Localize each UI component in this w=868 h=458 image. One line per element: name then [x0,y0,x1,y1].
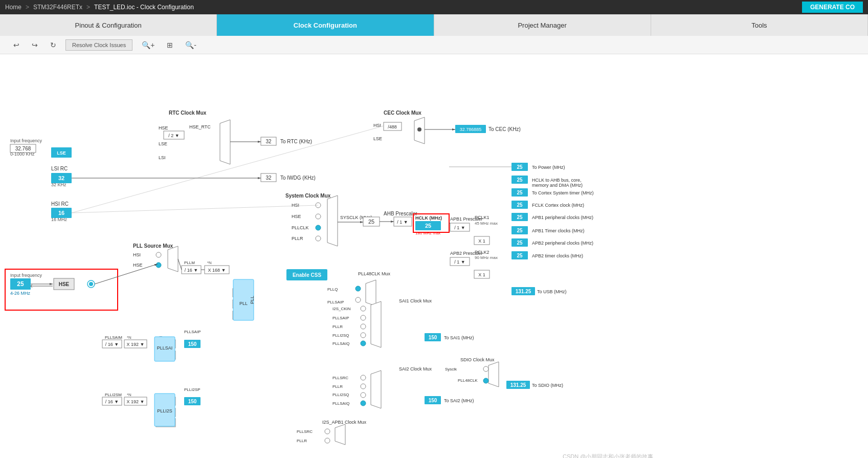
svg-marker-219 [371,370,381,408]
svg-text:HSI: HSI [292,203,299,208]
tab-clock[interactable]: Clock Configuration [217,14,434,36]
svg-point-192 [355,286,361,291]
zoom-in-button[interactable]: 🔍+ [139,40,158,50]
svg-marker-66 [327,195,338,246]
refresh-button[interactable]: ↻ [47,40,59,50]
svg-text:I2S_CKIN: I2S_CKIN [332,307,351,311]
svg-text:/ 16  ▼: / 16 ▼ [185,268,198,273]
svg-text:PCLK1: PCLK1 [475,215,489,220]
resolve-clock-issues-button[interactable]: Resolve Clock Issues [65,39,132,51]
svg-text:PLLQ: PLLQ [327,287,338,292]
svg-text:0-1000 KHz: 0-1000 KHz [10,151,35,157]
tab-pinout[interactable]: Pinout & Configuration [0,14,217,36]
svg-text:X 1: X 1 [478,238,485,244]
zoom-out-button[interactable]: 🔍- [182,40,199,50]
svg-text:/ 2  ▼: / 2 ▼ [168,133,179,138]
svg-text:PLLR: PLLR [332,324,343,329]
svg-text:150: 150 [429,398,437,403]
breadcrumb-home[interactable]: Home [5,4,21,11]
svg-text:Enable CSS: Enable CSS [293,272,321,278]
svg-text:PLL: PLL [250,296,255,304]
svg-text:CEC Clock Mux: CEC Clock Mux [384,110,421,116]
svg-text:SDIO Clock Mux: SDIO Clock Mux [460,357,495,362]
zoom-fit-button[interactable]: ⊞ [164,40,176,50]
svg-text:PLLSAIM: PLLSAIM [105,335,122,340]
svg-point-47 [417,127,421,132]
svg-text:To RTC (KHz): To RTC (KHz) [280,139,312,144]
clock-diagram-svg: LSE LSI RC 32 32 KHz HSI RC 16 16 MHz In… [0,54,737,458]
svg-text:PLLI2SP: PLLI2SP [184,387,201,392]
svg-marker-225 [488,362,499,387]
svg-text:APB2 peripheral clocks (MHz): APB2 peripheral clocks (MHz) [532,241,593,246]
diagram-wrapper: LSE LSI RC 32 32 KHz HSI RC 16 16 MHz In… [0,54,868,458]
breadcrumb-bar: Home > STM32F446RETx > TEST_LED.ioc - Cl… [0,0,868,14]
svg-text:/ 16  ▼: / 16 ▼ [105,342,119,347]
svg-text:LSI: LSI [159,155,166,160]
svg-text:PLLI2SQ: PLLI2SQ [332,333,349,338]
svg-text:180 MHz max: 180 MHz max [415,231,440,235]
svg-marker-206 [371,301,381,347]
svg-text:I2S_APB1 Clock Mux: I2S_APB1 Clock Mux [322,420,367,425]
generate-code-button[interactable]: GENERATE CO [802,2,863,13]
svg-text:32: 32 [265,175,272,181]
svg-text:HSI RC: HSI RC [51,201,69,207]
svg-text:25: 25 [517,177,523,183]
undo-button[interactable]: ↩ [10,40,23,50]
breadcrumb-device[interactable]: STM32F446RETx [33,4,82,11]
svg-text:memory and DMA (MHz): memory and DMA (MHz) [532,183,583,188]
svg-point-202 [361,315,366,320]
svg-text:Input frequency: Input frequency [10,138,42,143]
tab-project[interactable]: Project Manager [434,14,651,36]
svg-text:To USB (MHz): To USB (MHz) [537,289,567,294]
svg-text:/488: /488 [388,124,397,129]
svg-text:PLLR: PLLR [292,236,303,241]
svg-line-149 [178,259,182,270]
svg-point-218 [361,401,366,406]
svg-text:32.768: 32.768 [15,146,31,151]
svg-text:HSE: HSE [159,125,168,130]
svg-text:LSI RC: LSI RC [51,166,68,171]
svg-text:HSI: HSI [373,123,381,128]
tab-tools[interactable]: Tools [651,14,868,36]
svg-text:/ 16  ▼: / 16 ▼ [105,399,119,404]
svg-point-201 [361,306,366,311]
svg-text:PLLR: PLLR [297,439,307,443]
tab-navigation: Pinout & Configuration Clock Configurati… [0,14,868,36]
svg-text:RTC Clock Mux: RTC Clock Mux [169,110,207,116]
svg-text:LSE: LSE [159,141,167,146]
svg-text:/ 1  ▼: / 1 ▼ [397,220,408,225]
svg-text:PCLK2: PCLK2 [475,250,489,255]
breadcrumb-sep1: > [26,4,29,11]
svg-text:APB1 peripheral clocks (MHz): APB1 peripheral clocks (MHz) [532,215,593,220]
svg-text:25: 25 [517,190,523,195]
svg-text:PLLR: PLLR [332,384,343,389]
svg-text:CSDN @小朋同志和小张老师的故事: CSDN @小朋同志和小张老师的故事 [563,453,653,458]
svg-text:25: 25 [517,240,523,246]
svg-text:SAI2 Clock Mux: SAI2 Clock Mux [399,366,432,372]
svg-text:PLLSRC: PLLSRC [297,429,313,434]
toolbar: ↩ ↪ ↻ Resolve Clock Issues 🔍+ ⊞ 🔍- [0,36,868,54]
svg-point-193 [355,297,361,302]
svg-text:PLLI2SM: PLLI2SM [105,392,122,397]
svg-text:PLLM: PLLM [184,260,195,265]
svg-text:16 MHz: 16 MHz [51,217,68,222]
svg-text:32.786885: 32.786885 [460,127,482,132]
svg-point-24 [89,282,93,286]
svg-text:150: 150 [188,341,197,347]
svg-text:25: 25 [517,164,523,170]
svg-text:*N: *N [207,260,212,265]
svg-text:To SAI1 (MHz): To SAI1 (MHz) [444,335,474,340]
svg-text:PLLSAIQ: PLLSAIQ [332,401,349,406]
svg-text:X 1: X 1 [478,272,485,277]
svg-line-239 [72,205,318,213]
breadcrumb-file: TEST_LED.ioc - Clock Configuration [94,4,194,11]
svg-text:PLL Source Mux: PLL Source Mux [133,243,173,249]
redo-button[interactable]: ↪ [29,40,41,50]
svg-line-148 [95,264,158,284]
svg-text:Input frequency: Input frequency [10,273,42,278]
svg-text:To Cortex System timer (MHz): To Cortex System timer (MHz) [532,190,594,195]
svg-point-235 [325,429,330,434]
svg-text:25: 25 [368,219,374,225]
svg-text:PLLI2SQ: PLLI2SQ [332,392,349,397]
svg-text:PLLSAI: PLLSAI [157,345,173,351]
